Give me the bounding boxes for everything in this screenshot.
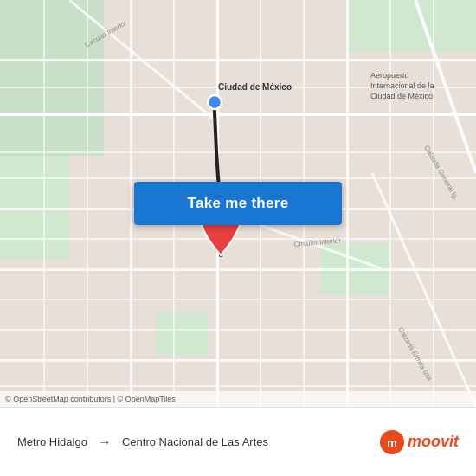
take-me-there-button[interactable]: Take me there — [134, 182, 342, 225]
svg-rect-9 — [0, 151, 476, 153]
route-info: Metro Hidalgo → Centro Nacional de Las A… — [17, 434, 268, 450]
svg-rect-12 — [0, 238, 476, 240]
svg-text:Ciudad de México: Ciudad de México — [218, 82, 292, 92]
svg-rect-3 — [346, 0, 476, 52]
svg-rect-19 — [87, 0, 88, 407]
moovit-logo: m moovit — [380, 430, 459, 454]
moovit-brand-text: moovit — [408, 433, 459, 451]
route-to: Centro Nacional de Las Artes — [122, 435, 268, 448]
svg-rect-17 — [0, 385, 476, 387]
map-attribution: © OpenStreetMap contributors | © OpenMap… — [0, 391, 476, 407]
route-from: Metro Hidalgo — [17, 435, 87, 448]
svg-text:Aeropuerto: Aeropuerto — [370, 71, 409, 80]
attribution-text: © OpenStreetMap contributors | © OpenMap… — [5, 395, 176, 403]
svg-point-40 — [208, 95, 222, 109]
svg-text:Ciudad de México: Ciudad de México — [370, 92, 433, 100]
button-label: Take me there — [188, 195, 289, 212]
svg-rect-20 — [130, 0, 132, 407]
svg-rect-18 — [43, 0, 45, 407]
svg-rect-10 — [0, 177, 476, 179]
map-container: Ciudad de México Aeropuerto Internaciona… — [0, 0, 476, 407]
svg-rect-14 — [0, 299, 476, 300]
svg-text:Internacional de la: Internacional de la — [370, 81, 434, 90]
svg-rect-6 — [0, 59, 476, 61]
svg-text:m: m — [387, 436, 397, 449]
svg-rect-8 — [0, 113, 476, 116]
moovit-icon: m — [380, 430, 404, 454]
svg-rect-26 — [389, 0, 391, 407]
svg-rect-13 — [0, 268, 476, 271]
svg-rect-16 — [0, 359, 476, 362]
svg-rect-27 — [433, 0, 434, 407]
svg-rect-5 — [156, 312, 208, 355]
bottom-bar: Metro Hidalgo → Centro Nacional de Las A… — [0, 407, 476, 476]
route-arrow-icon: → — [98, 434, 112, 450]
svg-rect-25 — [346, 0, 349, 407]
